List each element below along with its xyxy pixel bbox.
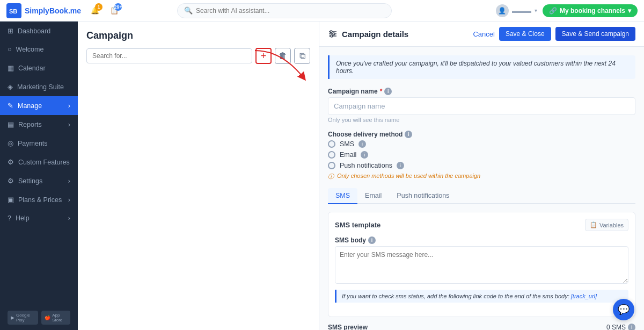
nav-icons: 🔔 1 📋 29+ — [87, 3, 122, 18]
campaign-name-info-icon[interactable]: i — [384, 88, 392, 95]
sms-info-icon[interactable]: i — [358, 140, 366, 148]
sidebar-item-dashboard[interactable]: ⊞ Dashboard — [0, 21, 78, 40]
sms-radio[interactable] — [328, 140, 335, 148]
logo-text: SimplyBook.me — [25, 6, 81, 15]
campaign-header: Campaign + 🗑 ⧉ — [78, 21, 319, 69]
tab-email[interactable]: Email — [357, 188, 389, 204]
sms-body-group: SMS body i If you want to check sms stat… — [335, 236, 628, 303]
sidebar-item-marketing[interactable]: ◈ Marketing Suite — [0, 77, 78, 96]
add-campaign-button[interactable]: + — [255, 48, 272, 64]
tab-sms[interactable]: SMS — [328, 188, 357, 204]
delivery-method-label: Choose delivery method i — [328, 131, 635, 138]
marketing-icon: ◈ — [8, 83, 13, 91]
svg-point-5 — [330, 31, 332, 33]
content-area: Campaign + 🗑 ⧉ — [78, 21, 644, 330]
svg-point-6 — [333, 33, 335, 35]
svg-point-7 — [331, 35, 333, 37]
delete-campaign-button[interactable]: 🗑 — [275, 48, 291, 64]
delivery-method-group: Choose delivery method i SMS i Email i — [328, 131, 635, 181]
email-radio[interactable] — [328, 151, 335, 159]
my-booking-channels-button[interactable]: 🔗 My booking channels ▾ — [543, 4, 638, 17]
sidebar-item-calendar[interactable]: ▦ Calendar — [0, 59, 78, 77]
reports-icon: ▤ — [8, 120, 14, 128]
chevron-down-icon: ▾ — [535, 8, 537, 13]
details-header: Campaign details Cancel Save & Close Sav… — [319, 21, 644, 47]
track-note: If you want to check sms status, add the… — [335, 290, 628, 303]
details-panel: Campaign details Cancel Save & Close Sav… — [319, 21, 644, 330]
campaign-name-input[interactable] — [328, 97, 635, 115]
campaign-panel: Campaign + 🗑 ⧉ — [78, 21, 319, 330]
calendar-badge: 29+ — [114, 3, 122, 11]
apple-icon: 🍎 — [45, 315, 50, 320]
plans-icon: ▣ — [8, 196, 14, 204]
payments-icon: ◎ — [8, 139, 13, 147]
notification-button[interactable]: 🔔 1 — [87, 3, 103, 18]
required-indicator: * — [380, 88, 383, 95]
trash-icon: 🗑 — [279, 51, 287, 61]
google-play-badge[interactable]: ▶ Google Play — [8, 311, 38, 325]
tab-push-notifications[interactable]: Push notifications — [389, 188, 457, 204]
push-info-icon[interactable]: i — [397, 162, 404, 169]
save-close-button[interactable]: Save & Close — [499, 27, 551, 41]
delivery-warning: ⓘ Only chosen methods will be used withi… — [328, 173, 635, 181]
calendar-button[interactable]: 📋 29+ — [107, 3, 122, 18]
delivery-method-info-icon[interactable]: i — [405, 131, 412, 138]
campaign-search-row: + 🗑 ⧉ — [86, 48, 310, 64]
sms-count-info-icon[interactable]: i — [628, 324, 635, 330]
copy-campaign-button[interactable]: ⧉ — [294, 48, 310, 64]
warning-icon: ⓘ — [328, 173, 334, 181]
welcome-icon: ○ — [8, 46, 12, 53]
chevron-right-icon-help: › — [68, 214, 70, 222]
search-bar[interactable]: 🔍 — [177, 3, 392, 18]
sidebar-item-plans[interactable]: ▣ Plans & Prices › — [0, 190, 78, 209]
main-layout: ⊞ Dashboard ○ Welcome ▦ Calendar ◈ Marke… — [0, 21, 644, 330]
chevron-right-icon-reports: › — [68, 121, 70, 128]
sidebar-item-welcome[interactable]: ○ Welcome — [0, 40, 78, 59]
avatar: 👤 — [496, 4, 509, 17]
sms-template-title: SMS template — [335, 221, 380, 229]
campaign-name-hint: Only you will see this name — [328, 117, 635, 123]
app-store-badge[interactable]: 🍎 App Store — [41, 311, 70, 325]
logo[interactable]: SB SimplyBook.me — [6, 3, 81, 18]
search-input[interactable] — [196, 7, 385, 15]
track-url: [track_url] — [571, 293, 597, 299]
cancel-button[interactable]: Cancel — [473, 30, 494, 38]
sms-count: 0 SMS i — [606, 324, 635, 330]
email-info-icon[interactable]: i — [361, 151, 368, 159]
chat-support-button[interactable]: 💬 — [613, 299, 634, 320]
push-radio[interactable] — [328, 162, 335, 169]
sms-body-textarea[interactable] — [335, 246, 628, 284]
sidebar-item-custom-features[interactable]: ⚙ Custom Features — [0, 153, 78, 171]
campaign-search-input[interactable] — [86, 48, 252, 63]
user-info[interactable]: 👤 ▬▬▬ ▾ — [496, 4, 537, 17]
sidebar-item-help[interactable]: ? Help › — [0, 209, 78, 227]
sms-body-info-icon[interactable]: i — [368, 236, 376, 244]
email-radio-option[interactable]: Email i — [328, 151, 635, 159]
user-name-display: ▬▬▬ — [512, 7, 531, 15]
sidebar-item-payments[interactable]: ◎ Payments — [0, 134, 78, 153]
save-send-button[interactable]: Save & Send campaign — [555, 27, 635, 41]
notification-badge: 1 — [95, 3, 103, 11]
manage-icon: ✎ — [8, 102, 13, 110]
method-tabs: SMS Email Push notifications — [328, 188, 635, 204]
sms-template-section: SMS template 📋 Variables SMS body i — [328, 212, 635, 317]
user-icon: 👤 — [498, 7, 506, 15]
google-play-icon: ▶ — [11, 315, 14, 320]
link-icon: 🔗 — [549, 7, 557, 15]
campaign-name-label: Campaign name * i — [328, 88, 635, 95]
sms-radio-option[interactable]: SMS i — [328, 140, 635, 148]
copy-icon: ⧉ — [299, 51, 305, 61]
campaign-name-group: Campaign name * i Only you will see this… — [328, 88, 635, 123]
sidebar-item-reports[interactable]: ▤ Reports › — [0, 115, 78, 134]
plus-icon: + — [261, 51, 267, 62]
template-header: SMS template 📋 Variables — [335, 219, 628, 231]
sms-preview-section: SMS preview 0 SMS i — [328, 324, 635, 330]
sidebar-item-manage[interactable]: ✎ Manage › — [0, 96, 78, 115]
sms-body-label: SMS body i — [335, 236, 628, 244]
sms-preview-label: SMS preview — [328, 324, 368, 330]
push-radio-option[interactable]: Push notifications i — [328, 162, 635, 169]
sidebar-item-settings[interactable]: ⚙ Settings › — [0, 171, 78, 190]
svg-text:SB: SB — [9, 8, 17, 15]
variables-button[interactable]: 📋 Variables — [585, 219, 628, 231]
sliders-icon — [328, 29, 338, 39]
